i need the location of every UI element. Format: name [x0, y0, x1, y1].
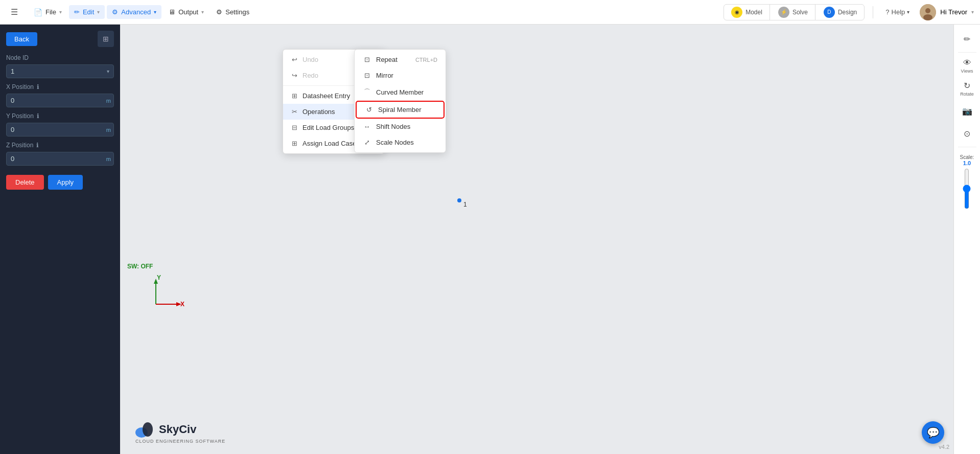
y-position-group: Y Position ℹ m: [6, 112, 114, 137]
output-chevron-icon: ▾: [201, 9, 204, 15]
edit-menu-btn[interactable]: ✏ Edit ▾: [69, 5, 105, 19]
design-icon: D: [827, 9, 831, 15]
settings-menu-btn[interactable]: ⚙ Settings: [211, 5, 254, 19]
canvas-area[interactable]: ↩ Undo CTRL+Z ↪ Redo CTRL+Y ⊞ Datasheet …: [120, 25, 953, 454]
node-dot: [457, 198, 461, 202]
file-chevron-icon: ▾: [59, 9, 62, 15]
delete-button[interactable]: Delete: [6, 175, 44, 190]
help-btn[interactable]: ? Help ▾: [881, 6, 914, 18]
output-icon: 🖥: [169, 8, 175, 16]
hamburger-icon: ☰: [11, 7, 18, 17]
sidebar-actions: Delete Apply: [6, 175, 114, 190]
edit-chevron-icon: ▾: [97, 9, 100, 15]
scale-nodes-icon: ⤢: [363, 139, 371, 146]
solve-tab[interactable]: ⚡ Solve: [771, 5, 815, 20]
spiral-member-icon: ↺: [365, 106, 373, 114]
scale-slider-wrap: [960, 168, 974, 209]
x-position-label: X Position: [6, 83, 34, 90]
output-menu-btn[interactable]: 🖥 Output ▾: [164, 5, 209, 19]
z-unit: m: [106, 156, 111, 162]
svg-text:Y: Y: [157, 274, 161, 281]
user-info[interactable]: Hi Trevor ▾: [920, 4, 974, 20]
node-number-label: 1: [463, 201, 467, 208]
user-greeting: Hi Trevor: [940, 8, 967, 16]
redo-icon: ↪: [290, 72, 298, 79]
rotate-label: Rotate: [960, 92, 974, 97]
svg-text:X: X: [180, 301, 184, 308]
settings-icon: ⚙: [216, 8, 222, 16]
advanced-icon: ⚙: [112, 8, 118, 16]
operations-submenu: ⊡ Repeat CTRL+D ⊡ Mirror ⌒ Curved Member…: [354, 49, 446, 153]
svg-point-2: [923, 14, 932, 20]
scale-nodes-item[interactable]: ⤢ Scale Nodes: [355, 134, 446, 150]
repeat-item[interactable]: ⊡ Repeat CTRL+D: [355, 52, 446, 67]
y-info-icon[interactable]: ℹ: [37, 112, 39, 120]
skyciv-logo: SkyCiv CLOUD ENGINEERING SOFTWARE: [135, 420, 225, 444]
datasheet-icon: ⊞: [290, 92, 298, 100]
mirror-icon: ⊡: [363, 72, 371, 79]
solve-icon: ⚡: [781, 9, 787, 15]
z-position-input[interactable]: [6, 152, 114, 166]
skyciv-logo-text: SkyCiv: [159, 423, 196, 436]
file-menu-btn[interactable]: 📄 File ▾: [29, 5, 67, 19]
load-groups-icon: ⊟: [290, 124, 298, 131]
rotate-icon: ↻: [964, 81, 970, 90]
repeat-icon: ⊡: [363, 56, 371, 63]
axis-indicator: Y X: [146, 274, 186, 316]
y-position-label: Y Position: [6, 112, 34, 120]
help-icon: ?: [885, 8, 889, 16]
views-label: Views: [961, 69, 973, 74]
node-id-select[interactable]: 1 ▾: [6, 64, 114, 78]
undo-icon: ↩: [290, 56, 298, 63]
spiral-member-item[interactable]: ↺ Spiral Member: [357, 102, 444, 118]
model-icon: ◉: [735, 9, 739, 15]
advanced-menu-btn[interactable]: ⚙ Advanced ▾: [107, 5, 161, 19]
views-btn[interactable]: 👁 Views: [957, 56, 977, 76]
z-info-icon[interactable]: ℹ: [36, 142, 39, 149]
eye-icon: 👁: [963, 58, 971, 67]
chat-icon: 💬: [927, 426, 940, 439]
skyciv-tagline: CLOUD ENGINEERING SOFTWARE: [135, 439, 225, 444]
user-chevron-icon: ▾: [971, 9, 974, 15]
sw-label: SW: OFF: [127, 263, 153, 270]
svg-point-1: [925, 8, 930, 13]
x-unit: m: [106, 98, 111, 104]
layers-btn[interactable]: ⊙: [957, 123, 977, 144]
model-tab[interactable]: ◉ Model: [724, 5, 770, 20]
edit-toolbar-btn[interactable]: ✏: [957, 29, 977, 49]
version-tag: v4.2: [939, 444, 949, 450]
advanced-chevron-icon: ▾: [154, 9, 156, 15]
node-id-group: Node ID 1 ▾: [6, 54, 114, 78]
select-chevron-icon: ▾: [107, 69, 109, 74]
camera-btn[interactable]: 📷: [957, 101, 977, 121]
scale-slider[interactable]: [962, 168, 972, 209]
svg-point-10: [143, 422, 153, 437]
design-tab[interactable]: D Design: [816, 5, 864, 20]
y-unit: m: [106, 127, 111, 133]
mirror-item[interactable]: ⊡ Mirror: [355, 67, 446, 83]
sidebar: Back ⊞ Node ID 1 ▾ X Position ℹ m: [0, 25, 120, 454]
x-info-icon[interactable]: ℹ: [37, 83, 39, 90]
shift-nodes-item[interactable]: ↔ Shift Nodes: [355, 119, 446, 134]
x-position-input[interactable]: [6, 94, 114, 107]
operations-icon: ✂: [290, 108, 298, 116]
avatar: [920, 4, 936, 20]
z-position-group: Z Position ℹ m: [6, 142, 114, 166]
curved-member-icon: ⌒: [363, 87, 371, 97]
grid-icon: ⊞: [103, 35, 109, 43]
pencil-icon: ✏: [964, 34, 970, 44]
curved-member-item[interactable]: ⌒ Curved Member: [355, 83, 446, 101]
scale-label: Scale:: [960, 154, 974, 160]
chat-bubble[interactable]: 💬: [922, 421, 944, 444]
back-button[interactable]: Back: [6, 32, 37, 46]
y-position-input[interactable]: [6, 123, 114, 137]
node-id-label: Node ID: [6, 54, 114, 61]
grid-button[interactable]: ⊞: [98, 31, 114, 47]
rotate-btn[interactable]: ↻ Rotate: [957, 78, 977, 99]
scale-value: 1.0: [960, 160, 974, 166]
apply-button[interactable]: Apply: [48, 175, 83, 190]
hamburger-menu[interactable]: ☰: [6, 4, 22, 20]
layers-icon: ⊙: [964, 129, 970, 139]
assign-loads-icon: ⊞: [290, 140, 298, 147]
mode-tabs: ◉ Model ⚡ Solve D Design: [724, 4, 865, 20]
